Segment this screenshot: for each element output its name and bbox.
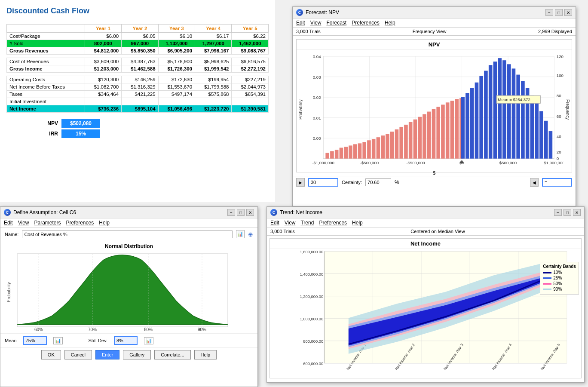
name-icon1[interactable]: 📊 — [236, 230, 245, 238]
svg-rect-54 — [516, 75, 520, 159]
svg-rect-32 — [418, 117, 422, 159]
svg-rect-43 — [466, 93, 469, 159]
forecast-chart-container: NPV Probability — [296, 39, 572, 172]
assumption-controls[interactable]: − □ ✕ — [227, 209, 254, 216]
svg-rect-17 — [349, 145, 352, 158]
chart-plot: Mean = $254,372 0.04 0.03 0.02 0.01 0.00… — [305, 50, 564, 169]
minimize-button[interactable]: − — [545, 9, 553, 16]
mean-label: Mean — [5, 338, 17, 343]
svg-rect-57 — [530, 95, 534, 159]
forecast-titlebar: C Forecast: NPV − □ ✕ — [293, 7, 576, 18]
assumption-window: C Define Assumption: Cell C6 − □ ✕ Edit … — [0, 206, 258, 387]
svg-text:40: 40 — [557, 135, 561, 139]
irr-value: 15% — [61, 129, 100, 138]
legend-item-90: 90% — [543, 287, 576, 292]
svg-rect-35 — [432, 109, 436, 158]
trend-minimize[interactable]: − — [554, 209, 562, 216]
normal-dist-section: Normal Distribution Probability 60% 70% … — [0, 241, 257, 333]
threshold-input[interactable] — [308, 178, 338, 187]
svg-rect-51 — [502, 60, 506, 159]
menu-help[interactable]: Help — [385, 20, 395, 26]
name-input[interactable] — [22, 230, 233, 238]
legend-color-90 — [543, 289, 551, 290]
menu-view[interactable]: View — [310, 20, 322, 26]
equals-input[interactable] — [542, 178, 572, 187]
assumption-menubar[interactable]: Edit View Parameters Preferences Help — [0, 218, 257, 227]
right-arrow-button[interactable]: ◀ — [530, 178, 539, 187]
svg-rect-52 — [507, 64, 511, 158]
enter-button[interactable]: Enter — [95, 350, 119, 359]
assume-menu-edit[interactable]: Edit — [4, 220, 13, 226]
trend-menubar[interactable]: Edit View Trend Preferences Help — [267, 218, 584, 227]
trend-titlebar: C Trend: Net Income − □ ✕ — [267, 207, 584, 218]
trend-menu-edit[interactable]: Edit — [270, 220, 279, 226]
play-button[interactable]: ▶ — [296, 178, 305, 187]
svg-rect-19 — [358, 143, 362, 158]
std-input[interactable] — [114, 336, 138, 345]
assumption-buttons[interactable]: OK Cancel Enter Gallery Correlate... Hel… — [0, 347, 257, 362]
assume-menu-prefs[interactable]: Preferences — [66, 220, 94, 226]
trend-menu-trend[interactable]: Trend — [300, 220, 314, 226]
std-icon[interactable]: 📊 — [144, 337, 153, 344]
assume-menu-view[interactable]: View — [18, 220, 29, 226]
certainty-unit: % — [395, 179, 399, 185]
correlate-button[interactable]: Correlate... — [154, 350, 190, 359]
cancel-button[interactable]: Cancel — [64, 350, 92, 359]
svg-text:-$1,000,000: -$1,000,000 — [312, 160, 334, 165]
trend-chart-container: Net Income — [270, 238, 582, 378]
menu-forecast[interactable]: Forecast — [326, 20, 346, 26]
table-row-cost-rev: Cost of Revenues $3,609,000 $4,387,763 $… — [7, 58, 269, 65]
mean-icon[interactable]: 📊 — [53, 337, 63, 344]
legend-label-25: 25% — [553, 276, 562, 280]
page-title: Discounted Cash Flow — [6, 6, 269, 15]
displayed-count: 2,999 Displayed — [538, 29, 572, 34]
trend-title: Trend: Net Income — [280, 209, 322, 215]
trend-close[interactable]: ✕ — [573, 209, 581, 216]
close-button[interactable]: ✕ — [564, 9, 572, 16]
name-label: Name: — [5, 232, 18, 237]
mean-input[interactable] — [23, 336, 47, 345]
svg-rect-12 — [325, 153, 329, 159]
trials-count: 3,000 Trials — [296, 29, 321, 34]
svg-rect-46 — [479, 76, 483, 159]
certainty-value-input[interactable] — [365, 178, 391, 186]
maximize-button[interactable]: □ — [555, 9, 563, 16]
trend-controls[interactable]: − □ ✕ — [554, 209, 581, 216]
svg-rect-47 — [484, 71, 488, 158]
menu-edit[interactable]: Edit — [296, 20, 305, 26]
histogram-svg: Mean = $254,372 0.04 0.03 0.02 0.01 0.00… — [305, 52, 564, 167]
svg-text:1,600,000.00: 1,600,000.00 — [300, 249, 323, 254]
trend-menu-help[interactable]: Help — [352, 220, 363, 226]
forecast-controls[interactable]: − □ ✕ — [545, 9, 572, 16]
assumption-icon: C — [4, 209, 11, 216]
svg-text:$0: $0 — [459, 160, 464, 165]
assume-menu-params[interactable]: Parameters — [34, 220, 61, 226]
svg-rect-26 — [390, 132, 394, 159]
assume-maximize[interactable]: □ — [237, 209, 245, 216]
svg-rect-40 — [455, 99, 459, 159]
forecast-bottom-controls[interactable]: ▶ Certainty: % ◀ — [293, 176, 576, 188]
assume-close[interactable]: ✕ — [246, 209, 254, 216]
svg-rect-42 — [461, 97, 465, 159]
svg-text:0.03: 0.03 — [313, 75, 321, 80]
svg-rect-28 — [399, 127, 403, 159]
forecast-menubar[interactable]: Edit View Forecast Preferences Help — [293, 18, 576, 28]
svg-text:0.01: 0.01 — [313, 116, 321, 120]
svg-text:80: 80 — [557, 93, 561, 98]
assume-minimize[interactable]: − — [227, 209, 235, 216]
expand-icon[interactable]: ⊕ — [248, 231, 253, 238]
gallery-button[interactable]: Gallery — [123, 350, 151, 359]
svg-text:Mean = $254,372: Mean = $254,372 — [498, 98, 530, 102]
svg-text:$1,000,000: $1,000,000 — [544, 160, 564, 165]
trend-maximize[interactable]: □ — [564, 209, 571, 216]
table-row: Cost/Package $6.00 $6.05 $6.10 $6.17 $6.… — [7, 33, 269, 40]
help-button[interactable]: Help — [194, 350, 217, 359]
assume-menu-help[interactable]: Help — [99, 220, 110, 226]
svg-text:120: 120 — [557, 54, 564, 59]
svg-text:$500,000: $500,000 — [499, 160, 517, 165]
svg-text:0.02: 0.02 — [313, 95, 321, 100]
trend-menu-view[interactable]: View — [285, 220, 296, 226]
trend-menu-prefs[interactable]: Preferences — [319, 220, 347, 226]
ok-button[interactable]: OK — [41, 350, 61, 359]
menu-preferences[interactable]: Preferences — [352, 20, 380, 26]
